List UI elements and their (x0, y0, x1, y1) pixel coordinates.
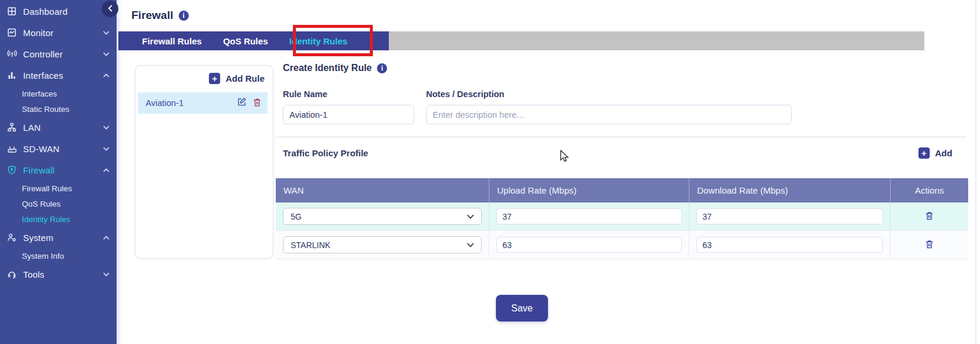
rule-name-input[interactable] (283, 105, 414, 124)
sidebar-item-sdwan[interactable]: SD-WAN (0, 138, 117, 159)
trash-icon (925, 211, 934, 223)
upload-rate-input[interactable] (497, 237, 682, 253)
tools-icon (6, 269, 18, 279)
save-button[interactable]: Save (496, 295, 548, 322)
column-header-actions: Actions (890, 178, 968, 202)
wan-select[interactable]: 5G (283, 208, 482, 225)
chevron-down-icon (467, 243, 474, 247)
tab-bar: Firewall Rules QoS Rules Identity Rules (118, 31, 924, 50)
section-divider (276, 137, 966, 137)
tab-identity-rules[interactable]: Identity Rules (289, 36, 347, 46)
tab-group: Firewall Rules QoS Rules Identity Rules (118, 31, 389, 50)
wan-select[interactable]: STARLINK (283, 236, 482, 253)
table-row: STARLINK (276, 231, 968, 259)
sidebar-subitem-qos-rules[interactable]: QoS Rules (0, 196, 117, 211)
sidebar-subitem-system-info[interactable]: System Info (0, 248, 117, 263)
chevron-up-icon (103, 236, 109, 240)
chevron-down-icon (103, 31, 109, 35)
sidebar-item-firewall[interactable]: Firewall (0, 159, 117, 181)
trash-icon (925, 239, 934, 251)
chevron-down-icon (103, 147, 109, 151)
notes-description-label: Notes / Description (426, 89, 504, 99)
delete-row-button[interactable] (925, 239, 934, 251)
scrollbar-track[interactable] (975, 0, 976, 344)
sdwan-icon (6, 144, 18, 154)
delete-rule-button[interactable] (253, 98, 262, 109)
rule-name-label: Rule Name (283, 89, 327, 99)
plus-icon: + (918, 147, 930, 159)
chevron-down-icon (103, 126, 109, 130)
upload-rate-input[interactable] (497, 208, 682, 224)
page-title: Firewall (131, 9, 173, 22)
edit-rule-button[interactable] (237, 97, 247, 109)
chevron-down-icon (103, 52, 109, 56)
download-rate-input[interactable] (697, 208, 883, 224)
add-traffic-policy-button[interactable]: + Add (918, 147, 952, 159)
sidebar-item-tools[interactable]: Tools (0, 263, 117, 285)
plus-icon: + (209, 73, 220, 84)
controller-icon (6, 49, 18, 59)
sidebar-item-system[interactable]: System (0, 227, 117, 248)
chevron-left-icon (108, 4, 113, 14)
tab-firewall-rules[interactable]: Firewall Rules (142, 36, 202, 46)
table-row: 5G (276, 202, 968, 231)
sidebar-item-controller[interactable]: Controller (0, 43, 117, 65)
rule-list-item[interactable]: Aviation-1 (138, 92, 267, 114)
dashboard-icon (6, 7, 18, 17)
sidebar-collapse-button[interactable] (102, 1, 118, 17)
delete-row-button[interactable] (925, 211, 934, 223)
app-window: Dashboard Monitor Controller Interfaces … (0, 0, 980, 344)
mouse-cursor (560, 150, 571, 166)
column-header-upload: Upload Rate (Mbps) (489, 178, 689, 202)
sidebar-item-lan[interactable]: LAN (0, 117, 117, 138)
trash-icon (253, 98, 262, 109)
interfaces-icon (6, 70, 18, 81)
create-identity-rule-heading: Create Identity Rule i (283, 63, 387, 73)
column-header-download: Download Rate (Mbps) (689, 178, 890, 202)
system-icon (6, 233, 18, 243)
sidebar-subitem-firewall-rules[interactable]: Firewall Rules (0, 181, 117, 196)
chevron-down-icon (103, 272, 109, 277)
page-header: Firewall i (131, 9, 189, 22)
download-rate-input[interactable] (697, 237, 883, 253)
sidebar-item-monitor[interactable]: Monitor (0, 22, 117, 43)
sidebar-subitem-static-routes[interactable]: Static Routes (0, 101, 117, 117)
table-header-row: WAN Upload Rate (Mbps) Download Rate (Mb… (276, 178, 968, 202)
sidebar-item-interfaces[interactable]: Interfaces (0, 65, 117, 86)
column-header-wan: WAN (276, 178, 489, 202)
rules-list-panel: + Add Rule Aviation-1 (135, 65, 273, 259)
sidebar-subitem-interfaces[interactable]: Interfaces (0, 86, 117, 101)
info-icon[interactable]: i (377, 63, 387, 73)
chevron-down-icon (467, 214, 474, 219)
chevron-up-icon (103, 73, 109, 78)
sidebar-item-dashboard[interactable]: Dashboard (0, 1, 117, 22)
sidebar-subitem-identity-rules[interactable]: Identity Rules (0, 211, 117, 227)
traffic-policy-table: WAN Upload Rate (Mbps) Download Rate (Mb… (276, 178, 968, 259)
sidebar: Dashboard Monitor Controller Interfaces … (0, 0, 117, 344)
lan-icon (6, 123, 18, 133)
notes-description-input[interactable] (426, 105, 792, 124)
chevron-up-icon (103, 168, 109, 172)
tab-qos-rules[interactable]: QoS Rules (223, 36, 268, 46)
info-icon[interactable]: i (179, 11, 189, 21)
edit-pencil-icon (237, 97, 247, 109)
add-rule-button[interactable]: + Add Rule (136, 66, 273, 84)
monitor-icon (6, 28, 18, 38)
firewall-shield-icon (6, 165, 18, 175)
traffic-policy-profile-title: Traffic Policy Profile (283, 148, 368, 158)
